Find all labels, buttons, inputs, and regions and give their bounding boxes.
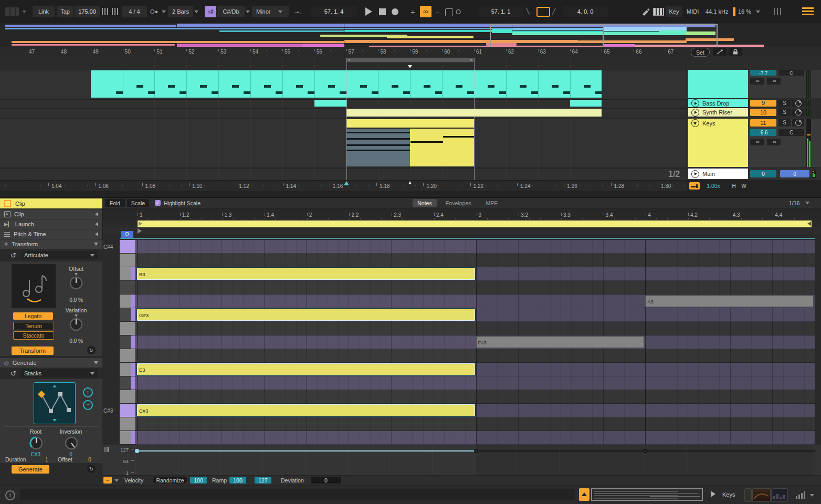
randomize-button[interactable]: Randomize	[153, 477, 187, 484]
solo-button[interactable]: S	[778, 109, 791, 116]
nudge-down-icon[interactable]	[102, 8, 110, 15]
piano-key-C3[interactable]	[120, 417, 135, 431]
clip-body[interactable]	[410, 129, 474, 166]
gen-offset-value[interactable]: 0	[88, 457, 91, 463]
bar-ruler[interactable]: 4748495051525354555657585960616263646566…	[0, 47, 688, 57]
piano-key-B3[interactable]	[120, 267, 135, 281]
collapse-icon[interactable]	[95, 222, 98, 226]
arrangement-clip[interactable]	[314, 100, 346, 107]
note-row-B2[interactable]	[135, 431, 815, 445]
record-button[interactable]	[392, 8, 398, 15]
piano-key-E3[interactable]	[120, 363, 135, 376]
send-b-field[interactable]: -∞	[767, 139, 781, 145]
highlight-scale-label[interactable]: Highlight Scale	[164, 201, 201, 206]
meter-caret-icon[interactable]	[810, 494, 814, 497]
piano-key-C#4[interactable]	[120, 240, 135, 254]
section-launch[interactable]: ▶▎Launch	[0, 219, 102, 229]
track-pan-field[interactable]: C	[778, 129, 804, 136]
collapse-icon[interactable]	[95, 212, 98, 216]
scale-mode-menu[interactable]: Minor	[252, 6, 289, 17]
arrangement-tracks[interactable]	[0, 57, 687, 180]
main-volume-slider[interactable]: 0	[750, 170, 776, 177]
loop-start-field[interactable]: 57. 1. 1	[479, 6, 523, 17]
draw-automation-button[interactable]	[713, 48, 727, 56]
stacks-pattern-display[interactable]	[34, 382, 76, 424]
device-thumbnail-sampler[interactable]	[752, 488, 771, 502]
piano-key-B2[interactable]	[120, 431, 135, 445]
track-title-synth-riser[interactable]: Synth Riser	[688, 108, 748, 117]
section-clip[interactable]: Clip	[0, 209, 102, 219]
velocity-point[interactable]	[474, 449, 478, 453]
cpu-caret-icon[interactable]	[756, 10, 760, 13]
clip-selected-region[interactable]	[346, 129, 410, 166]
back-to-arrangement-icon[interactable]: ←	[435, 8, 441, 15]
track-volume-field[interactable]: -7.7	[750, 70, 776, 76]
lane-fold-button[interactable]: ←	[103, 477, 112, 484]
nudge-up-icon[interactable]	[112, 8, 120, 15]
track-lane[interactable]	[0, 169, 687, 180]
midi-note-G#3[interactable]: G#3	[137, 309, 475, 321]
piano-key-D#3[interactable]	[120, 376, 135, 390]
inversion-knob[interactable]	[64, 435, 79, 452]
clip-tab[interactable]: Clip	[0, 198, 102, 208]
expanded-icon[interactable]	[94, 361, 98, 364]
clip-loop-bar[interactable]	[138, 220, 812, 227]
output-meter-icon[interactable]	[796, 491, 807, 499]
solo-button[interactable]: S	[778, 100, 791, 107]
note-row-G3[interactable]	[135, 322, 815, 335]
velocity-point[interactable]	[135, 449, 139, 453]
punch-in-icon[interactable]: ╲	[526, 8, 530, 14]
offset-knob[interactable]	[68, 273, 84, 292]
midi-note-A3[interactable]: A3	[645, 295, 814, 307]
section-pitch-time[interactable]: Pitch & Time	[0, 229, 102, 239]
set-locator-button[interactable]: Set	[691, 48, 710, 57]
piano-key-A3[interactable]	[120, 295, 135, 308]
piano-key-F#3[interactable]	[120, 335, 135, 349]
variation-value[interactable]: 0.0 %	[58, 338, 94, 344]
generate-refresh-button[interactable]: ↻	[87, 465, 96, 473]
transform-refresh-button[interactable]: ↻	[87, 346, 96, 354]
piano-key-G3[interactable]	[120, 322, 135, 335]
metronome-caret-icon[interactable]	[162, 10, 166, 13]
root-knob[interactable]	[28, 435, 44, 452]
stop-button[interactable]	[379, 8, 386, 15]
selection-box-icon[interactable]	[445, 8, 453, 16]
deviation-field[interactable]: 0	[311, 477, 341, 484]
layout-selector-icon[interactable]	[5, 7, 19, 16]
punch-out-icon[interactable]: ╱	[552, 8, 556, 14]
note-row-D#3[interactable]	[135, 376, 815, 390]
scale-root-caret-icon[interactable]	[246, 10, 250, 13]
loop-switch-icon[interactable]	[536, 7, 550, 17]
note-row-D3[interactable]	[135, 390, 815, 404]
randomize-amount-field[interactable]: 100	[190, 477, 207, 484]
lock-envelopes-button[interactable]	[729, 48, 742, 56]
piano-key-G#3[interactable]	[120, 308, 135, 322]
collapse-icon[interactable]	[95, 232, 98, 236]
scale-mode-caret-icon[interactable]	[278, 10, 282, 13]
midi-note-E3[interactable]: E3	[137, 363, 475, 375]
arrangement-clip[interactable]	[346, 119, 474, 166]
grid-caret-icon[interactable]	[805, 202, 809, 204]
beat-ruler[interactable]: 11.21.31.422.22.32.433.23.33.444.24.34.4	[103, 208, 821, 220]
highlight-scale-checkbox[interactable]: ✓	[155, 200, 161, 206]
computer-midi-keyboard-icon[interactable]	[653, 8, 664, 16]
note-row-C3[interactable]	[135, 417, 815, 431]
lane-caret-icon[interactable]	[114, 479, 119, 482]
staccato-button[interactable]: Staccato	[13, 331, 54, 340]
unfold-icon[interactable]	[691, 119, 699, 127]
double-speed-button[interactable]: W	[740, 182, 748, 190]
clip-overview-box[interactable]	[591, 488, 703, 501]
send-a-field[interactable]: -∞	[750, 78, 764, 85]
arrangement-loop-brace[interactable]	[346, 58, 474, 62]
groove-amount-menu[interactable]: 2 Bars	[168, 6, 193, 17]
tab-envelopes[interactable]: Envelopes	[440, 199, 477, 207]
preview-play-icon[interactable]	[711, 491, 715, 497]
fold-button[interactable]: Fold	[105, 199, 125, 207]
scale-root-menu[interactable]: C#/Db	[217, 6, 245, 17]
velocity-point[interactable]	[643, 449, 647, 453]
preview-headphone-button[interactable]: Ω	[121, 231, 133, 238]
piano-key-A#3[interactable]	[120, 281, 135, 295]
monitor-button[interactable]	[792, 119, 804, 127]
note-row-F#3[interactable]	[135, 335, 815, 349]
remove-interval-button[interactable]: −	[83, 400, 93, 410]
